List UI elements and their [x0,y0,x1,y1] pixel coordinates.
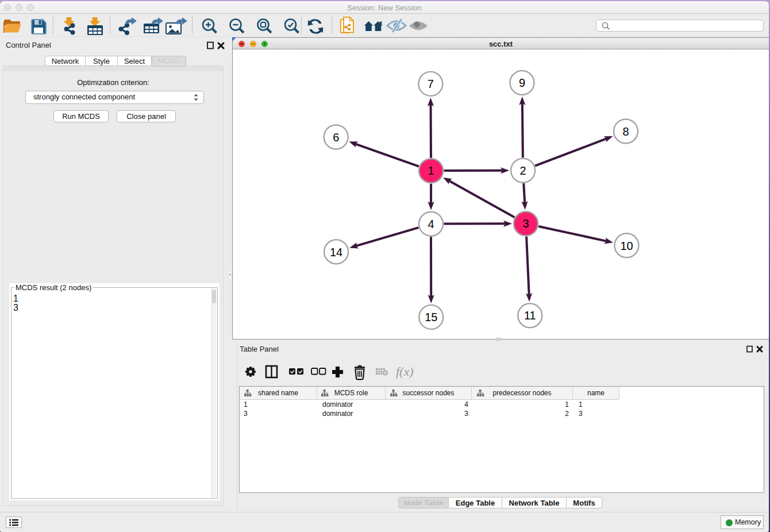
svg-text:3: 3 [523,217,529,230]
svg-text:9: 9 [519,76,525,89]
svg-text:4: 4 [428,218,434,230]
svg-text:1: 1 [428,164,434,177]
svg-text:10: 10 [620,240,633,252]
svg-text:7: 7 [428,78,434,90]
svg-text:2: 2 [520,164,526,177]
svg-text:6: 6 [333,131,339,144]
svg-text:14: 14 [330,246,342,259]
svg-text:11: 11 [524,309,536,322]
svg-text:15: 15 [425,311,437,323]
svg-text:8: 8 [622,125,629,138]
svg-text:f(x): f(x) [396,364,414,379]
